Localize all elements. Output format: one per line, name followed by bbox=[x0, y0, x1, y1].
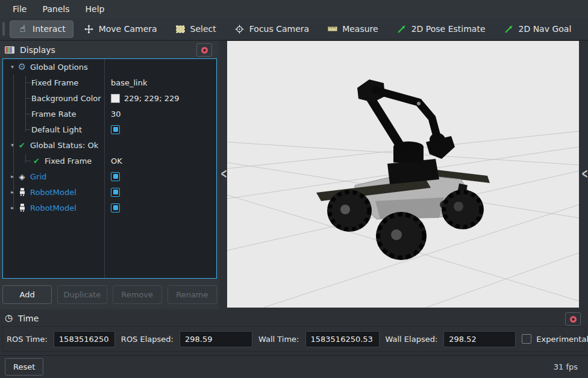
ros-time-label: ROS Time: bbox=[7, 335, 48, 344]
select-tool[interactable]: Select bbox=[167, 20, 224, 38]
tree-guide-tick bbox=[25, 114, 31, 114]
property-name-cell: Background Color bbox=[3, 90, 104, 106]
measure-tool[interactable]: Measure bbox=[319, 20, 386, 38]
displays-close-button[interactable] bbox=[196, 43, 212, 57]
tree-guide-tick bbox=[25, 161, 31, 161]
tree-guide-tick bbox=[25, 98, 31, 99]
2d-nav-goal-tool[interactable]: 2D Nav Goal bbox=[496, 20, 580, 38]
check-icon: ✔ bbox=[31, 156, 42, 166]
property-name-cell: ▸RobotModel bbox=[3, 200, 104, 215]
collapse-right-panel-handle[interactable]: < bbox=[581, 166, 588, 182]
reset-button[interactable]: Reset bbox=[5, 358, 43, 376]
close-icon bbox=[570, 316, 577, 323]
ros-elapsed-input[interactable] bbox=[180, 331, 252, 347]
property-name-cell: Default Light bbox=[3, 122, 104, 137]
collapse-left-panel-handle[interactable]: < bbox=[220, 166, 227, 182]
tool-label: Interact bbox=[33, 24, 66, 34]
display-row-robotmodel[interactable]: ▸RobotModel bbox=[3, 184, 216, 200]
property-value-cell bbox=[104, 169, 216, 184]
experimental-label: Experimental bbox=[536, 335, 588, 344]
enabled-checkbox[interactable] bbox=[111, 125, 120, 134]
menu-panels[interactable]: Panels bbox=[34, 2, 77, 16]
enabled-checkbox[interactable] bbox=[111, 188, 120, 197]
status-bar: Reset 31 fps bbox=[0, 355, 588, 378]
move-camera-tool[interactable]: Move Camera bbox=[76, 20, 165, 38]
displays-panel-title: Displays bbox=[20, 45, 55, 55]
ros-time-input[interactable] bbox=[54, 331, 115, 347]
property-value[interactable]: 30 bbox=[111, 110, 121, 119]
property-label: RobotModel bbox=[30, 188, 77, 197]
enabled-checkbox[interactable] bbox=[111, 172, 120, 181]
display-row-global-status-ok[interactable]: ▾✔Global Status: Ok bbox=[3, 137, 216, 153]
displays-panel-header[interactable]: Displays bbox=[0, 41, 219, 59]
display-row-robotmodel[interactable]: ▸RobotModel bbox=[3, 200, 216, 215]
expander-icon[interactable]: ▾ bbox=[8, 64, 17, 70]
expander-icon[interactable]: ▸ bbox=[8, 189, 17, 195]
menubar: FilePanelsHelp bbox=[0, 0, 588, 18]
focus-camera-tool[interactable]: Focus Camera bbox=[227, 20, 317, 38]
robot-icon bbox=[17, 203, 27, 212]
property-value-cell bbox=[104, 59, 216, 75]
property-value-cell bbox=[104, 200, 216, 215]
tool-label: Focus Camera bbox=[249, 24, 309, 34]
expander-icon[interactable]: ▸ bbox=[8, 205, 17, 211]
interact-tool[interactable]: ☝Interact bbox=[10, 20, 74, 38]
green-arrow-icon bbox=[504, 24, 514, 34]
property-label: Grid bbox=[30, 172, 46, 181]
property-value[interactable]: OK bbox=[111, 156, 122, 166]
displays-tree[interactable]: ▾⚙Global OptionsFixed Framebase_linkBack… bbox=[2, 58, 217, 279]
wall-time-input[interactable] bbox=[305, 331, 380, 347]
add-button[interactable]: Add bbox=[2, 285, 52, 304]
property-value-cell: base_link bbox=[104, 75, 216, 90]
gear-icon: ⚙ bbox=[17, 61, 27, 72]
property-value[interactable]: 229; 229; 229 bbox=[124, 94, 179, 103]
tree-guide-tick bbox=[25, 82, 31, 83]
display-row-frame-rate[interactable]: Frame Rate30 bbox=[3, 106, 216, 122]
property-label: Background Color bbox=[31, 94, 101, 103]
green-arrow-icon bbox=[396, 24, 407, 34]
time-panel-header[interactable]: ◷ Time bbox=[0, 310, 588, 326]
displays-panel: Displays ▾⚙Global OptionsFixed Framebase… bbox=[0, 41, 219, 309]
rename-button[interactable]: Rename bbox=[167, 285, 217, 304]
display-row-grid[interactable]: ▸◈Grid bbox=[3, 169, 216, 184]
3d-viewport[interactable] bbox=[227, 41, 579, 308]
displays-monitor-icon bbox=[5, 46, 14, 54]
display-row-background-color[interactable]: Background Color229; 229; 229 bbox=[3, 90, 216, 106]
move-camera-icon bbox=[84, 24, 94, 34]
check-icon: ✔ bbox=[17, 141, 27, 150]
toolbar-drag-handle[interactable] bbox=[2, 22, 5, 36]
wall-elapsed-input[interactable] bbox=[443, 331, 516, 347]
property-label: Global Options bbox=[30, 63, 88, 72]
property-name-cell: ▸◈Grid bbox=[3, 169, 104, 184]
publish-point-tool[interactable]: Publish Point bbox=[581, 20, 588, 38]
close-icon bbox=[201, 47, 208, 54]
display-row-fixed-frame[interactable]: ✔Fixed FrameOK bbox=[3, 153, 216, 169]
property-label: Fixed Frame bbox=[45, 156, 92, 166]
duplicate-button[interactable]: Duplicate bbox=[57, 285, 107, 304]
displays-buttons: AddDuplicateRemoveRename bbox=[2, 285, 217, 304]
color-swatch[interactable] bbox=[111, 94, 120, 103]
tool-label: Measure bbox=[342, 24, 378, 34]
2d-pose-estimate-tool[interactable]: 2D Pose Estimate bbox=[389, 20, 493, 38]
property-value[interactable]: base_link bbox=[111, 78, 147, 87]
expander-icon[interactable]: ▾ bbox=[8, 142, 17, 148]
enabled-checkbox[interactable] bbox=[111, 203, 120, 212]
display-row-fixed-frame[interactable]: Fixed Framebase_link bbox=[3, 75, 216, 90]
property-label: Global Status: Ok bbox=[30, 141, 98, 150]
display-row-default-light[interactable]: Default Light bbox=[3, 122, 216, 137]
toolbar: ☝InteractMove CameraSelectFocus CameraMe… bbox=[0, 18, 588, 41]
3d-scene bbox=[227, 41, 579, 308]
property-value-cell bbox=[104, 137, 216, 153]
property-name-cell: Fixed Frame bbox=[3, 75, 104, 90]
experimental-checkbox[interactable] bbox=[522, 334, 531, 344]
expander-icon[interactable]: ▸ bbox=[8, 173, 17, 179]
property-name-cell: ▸RobotModel bbox=[3, 184, 104, 200]
display-row-global-options[interactable]: ▾⚙Global Options bbox=[3, 59, 216, 75]
time-close-button[interactable] bbox=[565, 312, 581, 326]
tree-rows: ▾⚙Global OptionsFixed Framebase_linkBack… bbox=[3, 59, 216, 215]
remove-button[interactable]: Remove bbox=[113, 285, 162, 304]
property-value-cell: OK bbox=[104, 153, 216, 169]
menu-help[interactable]: Help bbox=[78, 2, 113, 16]
property-label: Fixed Frame bbox=[31, 78, 78, 87]
menu-file[interactable]: File bbox=[5, 2, 34, 16]
